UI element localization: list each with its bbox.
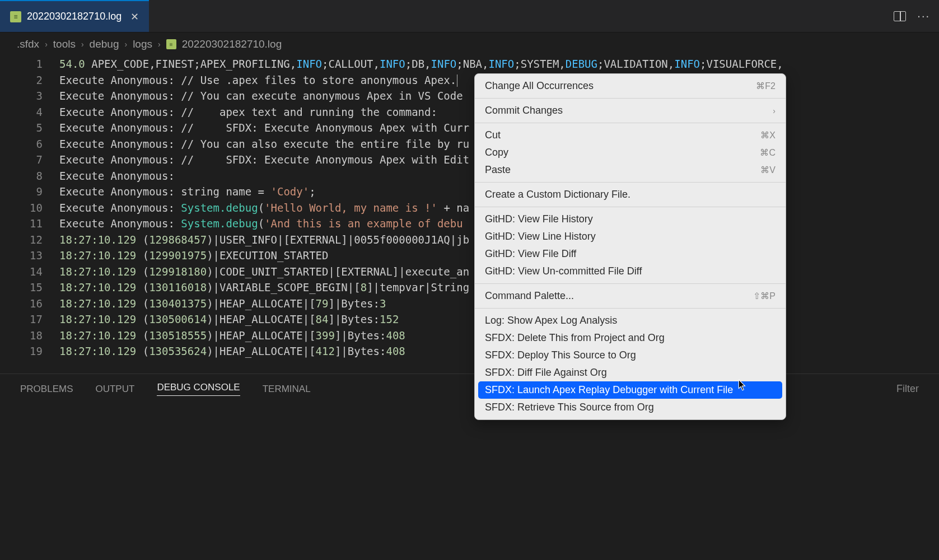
line-number: 14 xyxy=(17,264,43,280)
line-content: Execute Anonymous: // You can also execu… xyxy=(59,136,469,152)
file-icon: ≡ xyxy=(10,11,21,22)
breadcrumb-file[interactable]: 20220302182710.log xyxy=(182,38,282,50)
tab-output[interactable]: OUTPUT xyxy=(95,384,134,395)
editor-line[interactable]: 2Execute Anonymous: // Use .apex files t… xyxy=(0,72,939,88)
line-content: 54.0 APEX_CODE,FINEST;APEX_PROFILING,INF… xyxy=(59,56,783,72)
line-number: 2 xyxy=(17,72,43,88)
context-menu-item[interactable]: Cut⌘X xyxy=(475,127,786,144)
breadcrumb-part[interactable]: logs xyxy=(133,38,152,50)
editor-line[interactable]: 10Execute Anonymous: System.debug('Hello… xyxy=(0,200,939,216)
line-content: Execute Anonymous: string name = 'Cody'; xyxy=(59,184,316,200)
editor-line[interactable]: 1518:27:10.129 (130116018)|VARIABLE_SCOP… xyxy=(0,279,939,296)
line-content: 18:27:10.129 (130500614)|HEAP_ALLOCATE|[… xyxy=(59,311,399,328)
context-menu[interactable]: Change All Occurrences⌘F2Commit Changes›… xyxy=(474,73,786,420)
split-editor-icon[interactable] xyxy=(894,11,906,21)
context-menu-item[interactable]: Create a Custom Dictionary File. xyxy=(475,186,786,203)
editor-line[interactable]: 1818:27:10.129 (130518555)|HEAP_ALLOCATE… xyxy=(0,328,939,344)
chevron-right-icon: › xyxy=(158,40,161,49)
code-editor[interactable]: 154.0 APEX_CODE,FINEST;APEX_PROFILING,IN… xyxy=(0,56,939,363)
line-number: 13 xyxy=(17,248,43,264)
editor-line[interactable]: 1618:27:10.129 (130401375)|HEAP_ALLOCATE… xyxy=(0,296,939,312)
line-content: Execute Anonymous: System.debug('And thi… xyxy=(59,216,463,232)
context-menu-item[interactable]: Change All Occurrences⌘F2 xyxy=(475,77,786,95)
line-content: Execute Anonymous: // You can execute an… xyxy=(59,88,469,104)
editor-tab[interactable]: ≡ 20220302182710.log ✕ xyxy=(0,0,149,32)
menu-separator xyxy=(475,207,786,207)
breadcrumb-part[interactable]: debug xyxy=(90,38,119,50)
line-number: 19 xyxy=(17,343,43,360)
context-menu-item[interactable]: SFDX: Delete This from Project and Org xyxy=(475,329,786,347)
editor-line[interactable]: 1218:27:10.129 (129868457)|USER_INFO|[EX… xyxy=(0,232,939,248)
menu-item-label: Commit Changes xyxy=(485,105,563,116)
line-content: 18:27:10.129 (129868457)|USER_INFO|[EXTE… xyxy=(59,232,469,248)
context-menu-item[interactable]: SFDX: Deploy This Source to Org xyxy=(475,347,786,364)
menu-item-label: GitHD: View Line History xyxy=(485,231,596,242)
context-menu-item[interactable]: Paste⌘V xyxy=(475,161,786,179)
menu-item-label: SFDX: Deploy This Source to Org xyxy=(485,349,636,361)
menu-shortcut: ⌘C xyxy=(760,147,776,158)
editor-line[interactable]: 7Execute Anonymous: // SFDX: Execute Ano… xyxy=(0,152,939,168)
menu-item-label: Cut xyxy=(485,129,501,141)
line-number: 6 xyxy=(17,136,43,152)
editor-line[interactable]: 4Execute Anonymous: // apex text and run… xyxy=(0,104,939,120)
line-content: Execute Anonymous: System.debug('Hello W… xyxy=(59,200,469,216)
line-number: 7 xyxy=(17,152,43,168)
editor-line[interactable]: 6Execute Anonymous: // You can also exec… xyxy=(0,136,939,152)
editor-line[interactable]: 3Execute Anonymous: // You can execute a… xyxy=(0,88,939,104)
line-number: 5 xyxy=(17,120,43,136)
line-content: Execute Anonymous: // SFDX: Execute Anon… xyxy=(59,152,469,168)
line-number: 18 xyxy=(17,328,43,344)
line-content: 18:27:10.129 (130550937)|HEAP_ALLOCATE|[… xyxy=(59,360,399,363)
editor-line[interactable]: 11Execute Anonymous: System.debug('And t… xyxy=(0,216,939,232)
context-menu-item[interactable]: SFDX: Diff File Against Org xyxy=(475,364,786,381)
editor-line[interactable]: 5Execute Anonymous: // SFDX: Execute Ano… xyxy=(0,120,939,136)
context-menu-item[interactable]: Copy⌘C xyxy=(475,144,786,161)
line-number: 9 xyxy=(17,184,43,200)
context-menu-item[interactable]: GitHD: View Line History xyxy=(475,228,786,245)
file-icon: ≡ xyxy=(166,39,176,49)
tab-problems[interactable]: PROBLEMS xyxy=(20,384,73,395)
context-menu-item[interactable]: SFDX: Launch Apex Replay Debugger with C… xyxy=(478,381,782,399)
breadcrumb-part[interactable]: .sfdx xyxy=(17,38,39,50)
tab-debug-console[interactable]: DEBUG CONSOLE xyxy=(157,382,240,396)
editor-line[interactable]: 1918:27:10.129 (130535624)|HEAP_ALLOCATE… xyxy=(0,343,939,360)
editor-line[interactable]: 2018:27:10.129 (130550937)|HEAP_ALLOCATE… xyxy=(0,360,939,363)
breadcrumb[interactable]: .sfdx › tools › debug › logs › ≡ 2022030… xyxy=(0,32,939,56)
line-number: 16 xyxy=(17,296,43,312)
editor-line[interactable]: 1718:27:10.129 (130500614)|HEAP_ALLOCATE… xyxy=(0,311,939,328)
close-icon[interactable]: ✕ xyxy=(130,11,139,23)
context-menu-item[interactable]: GitHD: View File History xyxy=(475,211,786,228)
line-content: 18:27:10.129 (130401375)|HEAP_ALLOCATE|[… xyxy=(59,296,386,312)
menu-separator xyxy=(475,123,786,123)
context-menu-item[interactable]: SFDX: Retrieve This Source from Org xyxy=(475,399,786,416)
menu-shortcut: ⌘F2 xyxy=(756,81,776,91)
editor-line[interactable]: 8Execute Anonymous: xyxy=(0,168,939,184)
line-number: 4 xyxy=(17,104,43,120)
editor-line[interactable]: 9Execute Anonymous: string name = 'Cody'… xyxy=(0,184,939,200)
editor-line[interactable]: 1418:27:10.129 (129918180)|CODE_UNIT_STA… xyxy=(0,264,939,280)
menu-shortcut: ⌘V xyxy=(760,165,776,175)
line-number: 3 xyxy=(17,88,43,104)
context-menu-item[interactable]: GitHD: View File Diff xyxy=(475,245,786,263)
more-icon[interactable]: ··· xyxy=(917,10,930,22)
context-menu-item[interactable]: Log: Show Apex Log Analysis xyxy=(475,312,786,329)
line-number: 10 xyxy=(17,200,43,216)
filter-input[interactable]: Filter xyxy=(896,383,919,395)
line-content: Execute Anonymous: // apex text and runn… xyxy=(59,104,437,120)
breadcrumb-part[interactable]: tools xyxy=(53,38,76,50)
tab-terminal[interactable]: TERMINAL xyxy=(263,384,311,395)
line-content: 18:27:10.129 (130535624)|HEAP_ALLOCATE|[… xyxy=(59,343,405,360)
menu-item-label: SFDX: Delete This from Project and Org xyxy=(485,332,665,344)
editor-line[interactable]: 154.0 APEX_CODE,FINEST;APEX_PROFILING,IN… xyxy=(0,56,939,72)
menu-item-label: GitHD: View File Diff xyxy=(485,248,576,260)
line-number: 12 xyxy=(17,232,43,248)
menu-item-label: SFDX: Retrieve This Source from Org xyxy=(485,402,654,413)
context-menu-item[interactable]: Command Palette...⇧⌘P xyxy=(475,287,786,305)
menu-item-label: Command Palette... xyxy=(485,290,574,302)
line-number: 8 xyxy=(17,168,43,184)
context-menu-item[interactable]: Commit Changes› xyxy=(475,102,786,119)
context-menu-item[interactable]: GitHD: View Un-committed File Diff xyxy=(475,263,786,280)
editor-line[interactable]: 1318:27:10.129 (129901975)|EXECUTION_STA… xyxy=(0,248,939,264)
menu-item-label: GitHD: View File History xyxy=(485,213,593,225)
line-content: 18:27:10.129 (129918180)|CODE_UNIT_START… xyxy=(59,264,469,280)
